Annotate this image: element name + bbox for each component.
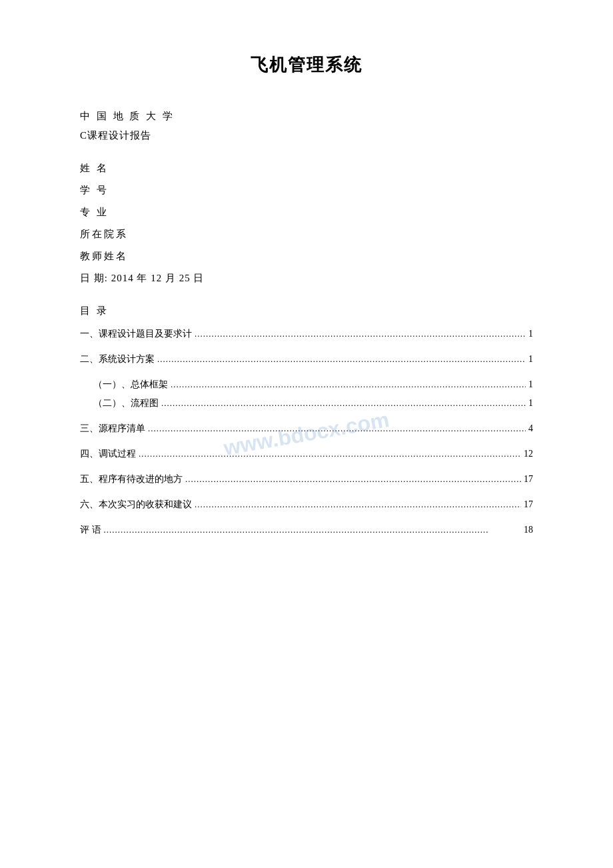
- toc-item-6: 六、本次实习的收获和建议 17: [80, 499, 533, 511]
- university-name: 中 国 地 质 大 学: [80, 110, 533, 123]
- toc-page-1: 1: [528, 329, 533, 339]
- toc-dots-3: [148, 423, 526, 434]
- toc-page-4: 12: [524, 449, 533, 459]
- department-label: 所在院系: [80, 228, 533, 241]
- toc-item-1: 一、课程设计题目及要求计 1: [80, 328, 533, 340]
- document-page: www.bdocx.com 飞机管理系统 中 国 地 质 大 学 C课程设计报告…: [0, 0, 613, 868]
- toc-label-7: 评 语: [80, 524, 101, 536]
- name-label: 姓 名: [80, 162, 533, 175]
- toc-dots-2: [157, 354, 526, 365]
- toc-page-2b: 1: [528, 398, 533, 409]
- toc-item-3: 三、源程序清单 4: [80, 423, 533, 435]
- toc-page-7: 18: [524, 525, 533, 535]
- toc-dots-1: [195, 329, 526, 339]
- toc-item-7: 评 语 18: [80, 524, 533, 536]
- toc-dots-2b: [161, 398, 526, 409]
- toc-page-2: 1: [528, 354, 533, 365]
- major-label: 专 业: [80, 206, 533, 219]
- toc-label-4: 四、调试过程: [80, 448, 136, 460]
- toc-label-6: 六、本次实习的收获和建议: [80, 499, 192, 511]
- toc-label-2: 二、系统设计方案: [80, 353, 155, 365]
- id-label: 学 号: [80, 184, 533, 197]
- toc-dots-5: [185, 474, 521, 485]
- toc-label-1: 一、课程设计题目及要求计: [80, 328, 192, 340]
- toc-dots-2a: [171, 379, 526, 390]
- toc-label-2a: （一）、总体框架: [93, 379, 168, 391]
- toc-dots-7: [104, 525, 522, 535]
- toc-item-2: 二、系统设计方案 1: [80, 353, 533, 365]
- toc-item-5: 五、程序有待改进的地方 17: [80, 473, 533, 485]
- toc-page-3: 4: [528, 423, 533, 434]
- toc-item-2a: （一）、总体框架 1: [93, 379, 533, 391]
- info-section: 中 国 地 质 大 学 C课程设计报告: [80, 110, 533, 142]
- teacher-label: 教师姓名: [80, 250, 533, 263]
- date-label: 日 期: 2014 年 12 月 25 日: [80, 272, 533, 285]
- toc-dots-6: [195, 499, 521, 510]
- toc-dots-4: [139, 449, 521, 459]
- toc-label-2b: （二）、流程图: [93, 397, 159, 409]
- toc-item-4: 四、调试过程 12: [80, 448, 533, 460]
- toc-item-2b: （二）、流程图 1: [93, 397, 533, 409]
- report-type: C课程设计报告: [80, 129, 533, 142]
- toc-section: 目 录 一、课程设计题目及要求计 1 二、系统设计方案 1 （一）、总体框架 1…: [80, 305, 533, 536]
- toc-page-6: 17: [524, 499, 533, 510]
- toc-page-2a: 1: [528, 379, 533, 390]
- toc-label-3: 三、源程序清单: [80, 423, 145, 435]
- document-title: 飞机管理系统: [80, 53, 533, 77]
- toc-page-5: 17: [524, 474, 533, 485]
- toc-title: 目 录: [80, 305, 533, 317]
- fields-section: 姓 名 学 号 专 业 所在院系 教师姓名 日 期: 2014 年 12 月 2…: [80, 162, 533, 285]
- toc-label-5: 五、程序有待改进的地方: [80, 473, 183, 485]
